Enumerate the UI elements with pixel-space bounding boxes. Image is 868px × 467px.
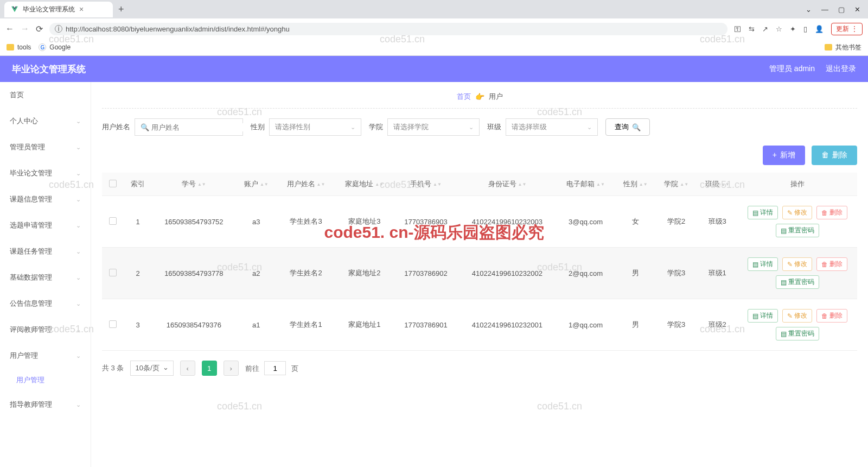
translate-icon[interactable]: ⇆	[749, 25, 755, 33]
star-icon[interactable]: ☆	[776, 25, 782, 33]
edit-button[interactable]: ✎修改	[782, 257, 812, 271]
query-button[interactable]: 查询 🔍	[605, 118, 650, 136]
filter-name-input[interactable]: 🔍	[135, 118, 243, 136]
cell-phone: 17703786901	[394, 299, 458, 351]
sidebar-item-notice[interactable]: 公告信息管理⌄	[0, 291, 91, 317]
prev-page-button[interactable]: ‹	[180, 361, 195, 376]
current-user[interactable]: 管理员 admin	[769, 64, 815, 74]
row-checkbox[interactable]	[109, 217, 117, 225]
col-college[interactable]: 学院▲▼	[656, 173, 697, 196]
col-class[interactable]: 班级▲▼	[697, 173, 738, 196]
col-idcard[interactable]: 身份证号▲▼	[458, 173, 556, 196]
delete-row-button[interactable]: 🗑删除	[816, 309, 847, 323]
sort-icon: ▲▼	[721, 183, 730, 186]
sidebar-item-apply[interactable]: 选题申请管理⌄	[0, 212, 91, 238]
sidebar-item-review[interactable]: 评阅教师管理⌄	[0, 317, 91, 343]
filter-class-select[interactable]: 请选择班级 ⌄	[506, 118, 598, 136]
sidebar-item-guide[interactable]: 指导教师管理⌄	[0, 392, 91, 418]
sidebar-item-personal[interactable]: 个人中心⌄	[0, 108, 91, 134]
next-page-button[interactable]: ›	[224, 361, 239, 376]
col-index[interactable]: 索引	[124, 173, 152, 196]
cell-stuno: 165093854793778	[152, 248, 235, 299]
trash-icon: 🗑	[821, 261, 828, 268]
cell-stuno: 165093854793752	[152, 196, 235, 248]
col-stuno[interactable]: 学号▲▼	[152, 173, 235, 196]
cell-username: 学生姓名3	[277, 196, 335, 248]
page-1-button[interactable]: 1	[202, 361, 217, 376]
col-account[interactable]: 账户▲▼	[236, 173, 277, 196]
tab-close-icon[interactable]: ×	[79, 5, 84, 14]
reset-pwd-button[interactable]: ▤重置密码	[776, 275, 819, 289]
browser-tab[interactable]: 毕业论文管理系统 ×	[4, 2, 113, 17]
nav-bar: ← → ⟳ i http://localhost:8080/biyeluenwe…	[0, 18, 868, 39]
col-phone[interactable]: 手机号▲▼	[394, 173, 458, 196]
sidebar-item-home[interactable]: 首页	[0, 82, 91, 108]
sidebar-item-thesis[interactable]: 毕业论文管理⌄	[0, 160, 91, 186]
sort-icon: ▲▼	[260, 183, 269, 186]
delete-row-button[interactable]: 🗑删除	[816, 257, 847, 271]
share-icon[interactable]: ↗	[762, 25, 768, 33]
profile-icon[interactable]: 👤	[815, 25, 824, 33]
delete-row-button[interactable]: 🗑删除	[816, 206, 847, 219]
chevron-down-icon[interactable]: ⌄	[806, 5, 812, 14]
filter-college-select[interactable]: 请选择学院 ⌄	[387, 118, 480, 136]
table-row: 1 165093854793752 a3 学生姓名3 家庭地址3 1770378…	[102, 196, 857, 248]
minimize-icon[interactable]: —	[821, 5, 828, 14]
sidebar: 首页 个人中心⌄ 管理员管理⌄ 毕业论文管理⌄ 课题信息管理⌄ 选题申请管理⌄ …	[0, 82, 91, 467]
row-checkbox[interactable]	[109, 320, 117, 328]
detail-button[interactable]: ▤详情	[748, 257, 778, 271]
page-jump-input[interactable]	[264, 361, 286, 375]
sidebar-item-admin[interactable]: 管理员管理⌄	[0, 134, 91, 160]
edit-button[interactable]: ✎修改	[782, 206, 812, 219]
filter-gender-select[interactable]: 请选择性别 ⌄	[269, 118, 361, 136]
sidebar-item-topic[interactable]: 课题信息管理⌄	[0, 186, 91, 212]
reset-pwd-button[interactable]: ▤重置密码	[776, 224, 819, 237]
sidebar-item-user[interactable]: 用户管理⌄	[0, 343, 91, 369]
bookmark-google[interactable]: G Google	[39, 43, 71, 51]
refresh-button[interactable]: ⟳	[36, 24, 43, 34]
sidebar-sub-user[interactable]: 用户管理	[0, 369, 91, 392]
breadcrumb-home[interactable]: 首页	[457, 92, 471, 102]
address-bar[interactable]: i http://localhost:8080/biyeluenwenguanl…	[49, 23, 727, 35]
edit-button[interactable]: ✎修改	[782, 309, 812, 323]
key-icon[interactable]: ⚿	[734, 25, 741, 33]
cell-college: 学院3	[656, 299, 697, 351]
forward-button[interactable]: →	[21, 24, 29, 34]
extensions-icon[interactable]: ✦	[790, 25, 796, 33]
sidebar-item-basedata[interactable]: 基础数据管理⌄	[0, 264, 91, 291]
key-icon: ▤	[781, 227, 787, 235]
edit-icon: ✎	[787, 261, 793, 268]
reset-pwd-button[interactable]: ▤重置密码	[776, 327, 819, 340]
detail-button[interactable]: ▤详情	[748, 309, 778, 323]
side-panel-icon[interactable]: ▯	[803, 25, 807, 33]
action-bar: +新增 🗑删除	[102, 146, 857, 165]
maximize-icon[interactable]: ▢	[838, 5, 845, 14]
close-window-icon[interactable]: ✕	[854, 5, 860, 14]
logout-button[interactable]: 退出登录	[826, 64, 856, 74]
bookmark-tools[interactable]: tools	[7, 43, 31, 51]
window-controls: ⌄ — ▢ ✕	[806, 5, 868, 14]
col-gender[interactable]: 性别▲▼	[615, 173, 656, 196]
cell-idcard: 410224199610232001	[458, 299, 556, 351]
cell-gender: 女	[615, 196, 656, 248]
update-button[interactable]: 更新 ⋮	[831, 23, 863, 35]
detail-button[interactable]: ▤详情	[748, 206, 778, 219]
col-username[interactable]: 用户姓名▲▼	[277, 173, 335, 196]
back-button[interactable]: ←	[5, 24, 14, 34]
site-info-icon[interactable]: i	[55, 25, 62, 33]
bookmark-other[interactable]: 其他书签	[825, 43, 861, 52]
chevron-down-icon: ⌄	[76, 196, 81, 203]
row-checkbox[interactable]	[109, 269, 117, 276]
select-all-checkbox[interactable]	[109, 180, 117, 187]
delete-button[interactable]: 🗑删除	[812, 146, 857, 165]
cell-username: 学生姓名2	[277, 248, 335, 299]
chevron-down-icon: ⌄	[76, 248, 81, 255]
col-email[interactable]: 电子邮箱▲▼	[557, 173, 615, 196]
page-size-select[interactable]: 10条/页⌄	[130, 361, 173, 376]
chevron-down-icon: ⌄	[76, 401, 81, 408]
filter-college-label: 学院	[369, 122, 383, 132]
col-address[interactable]: 家庭地址▲▼	[335, 173, 394, 196]
new-tab-button[interactable]: +	[113, 4, 130, 15]
sidebar-item-task[interactable]: 课题任务管理⌄	[0, 238, 91, 264]
add-button[interactable]: +新增	[763, 146, 805, 165]
